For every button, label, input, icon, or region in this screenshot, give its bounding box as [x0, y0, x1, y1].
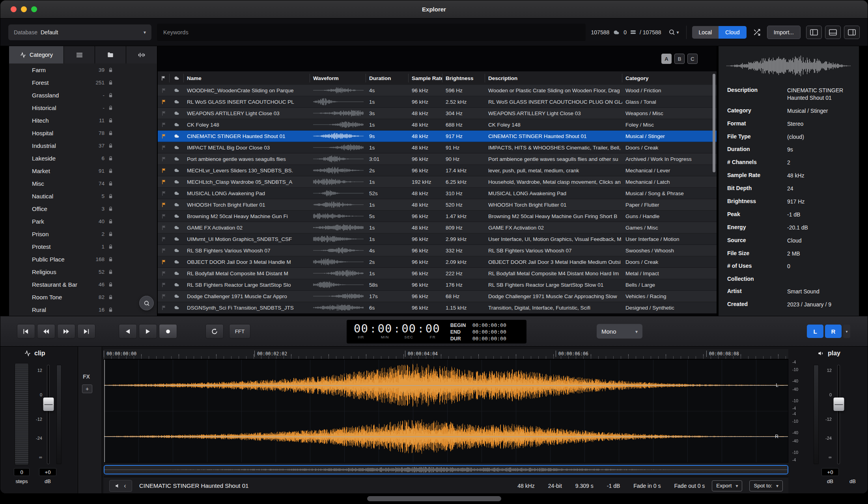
fft-button[interactable]: FFT: [229, 324, 250, 339]
play-button[interactable]: [139, 324, 157, 339]
sidebar-category-item[interactable]: Market91: [9, 164, 157, 177]
table-row[interactable]: RL SB Fighters Various Whoosh 074s96 kHz…: [158, 245, 717, 256]
tab-folders[interactable]: [95, 46, 126, 63]
sample-rate-column-header[interactable]: Sample Rate: [409, 74, 442, 82]
close-window-button[interactable]: [11, 6, 17, 12]
table-row[interactable]: RL SB Fighters Reactor Large StartStop S…: [158, 279, 717, 291]
sidebar-category-item[interactable]: Protest1: [9, 240, 157, 253]
sidebar-category-item[interactable]: Park40: [9, 215, 157, 228]
layout-right-pane-button[interactable]: [844, 26, 860, 39]
table-row[interactable]: RL WoS GLASS INSERT CAOUTCHOUC PL1s96 kH…: [158, 96, 717, 108]
channel-mode-select[interactable]: Mono ▾: [597, 324, 642, 339]
sidebar-category-item[interactable]: Farm39: [9, 63, 157, 76]
table-row[interactable]: CINEMATIC STINGER Haunted Shout 019s48 k…: [158, 131, 717, 142]
cell-name: RL WoS GLASS INSERT CAOUTCHOUC PL: [184, 99, 310, 105]
fader-handle[interactable]: [833, 398, 844, 411]
overview-scrollbar[interactable]: [104, 465, 788, 474]
left-channel-button[interactable]: L: [807, 325, 823, 338]
description-column-header[interactable]: Description: [485, 74, 622, 82]
sidebar-category-item[interactable]: Restaurant & Bar46: [9, 278, 157, 291]
table-scrollbar[interactable]: [713, 74, 715, 172]
brightness-column-header[interactable]: Brightness: [442, 74, 485, 82]
clip-gain-fader[interactable]: [47, 365, 50, 464]
spot-to-button[interactable]: Spot to: ▾: [749, 480, 783, 491]
sidebar-category-item[interactable]: Religious52: [9, 265, 157, 278]
table-row[interactable]: DSGNSynth_Sci Fi Transition_SNDBTS_JTS6s…: [158, 302, 717, 314]
play-gain-fader[interactable]: [837, 365, 840, 464]
export-button[interactable]: Export ▾: [712, 480, 742, 491]
waveform-column-header[interactable]: Waveform: [310, 74, 366, 82]
table-row[interactable]: UIMvmt_UI Motion Graphics_SNDBTS_CSF1s96…: [158, 233, 717, 245]
local-toggle-button[interactable]: Local: [692, 26, 719, 39]
table-row[interactable]: MECHLvr_Levers Sliders 130_SNDBTS_BS.2s9…: [158, 165, 717, 176]
search-button[interactable]: ▾: [667, 29, 681, 35]
sidebar-category-item[interactable]: Misc74: [9, 177, 157, 190]
table-row[interactable]: WEAPONS ARTILLERY Light Close 033s48 kHz…: [158, 108, 717, 119]
database-select[interactable]: Database Default ▾: [8, 24, 151, 40]
table-row[interactable]: Dodge Challenger 1971 Muscle Car Appro17…: [158, 291, 717, 302]
table-row[interactable]: WOODHitC_WoodenCrate Sliding on Parque4s…: [158, 85, 717, 96]
table-row[interactable]: Browning M2 50cal Heavy Machine Gun Fi5s…: [158, 211, 717, 222]
play-reverse-button[interactable]: [119, 324, 137, 339]
table-row[interactable]: OBJECT DOOR Jail Door 3 Metal Handle M2s…: [158, 256, 717, 268]
tab-list[interactable]: [64, 46, 95, 63]
keywords-input[interactable]: [163, 29, 579, 35]
ab-compare-button-c[interactable]: C: [687, 54, 698, 64]
table-row[interactable]: GAME FX Activation 021s48 kHz809 HzGAME …: [158, 222, 717, 233]
skip-to-start-button[interactable]: [17, 324, 35, 339]
clip-info-button[interactable]: ‹: [109, 480, 132, 492]
cell-waveform: [310, 144, 366, 151]
table-row[interactable]: MUSICAL LONG Awakening Pad52s48 kHz310 H…: [158, 188, 717, 199]
fast-forward-button[interactable]: [57, 324, 75, 339]
table-row[interactable]: IMPACT METAL Big Door Close 031s48 kHz91…: [158, 142, 717, 153]
name-column-header[interactable]: Name: [184, 74, 310, 82]
record-button[interactable]: [159, 324, 177, 339]
sidebar-category-item[interactable]: Nautical5: [9, 190, 157, 202]
category-column-header[interactable]: Category: [622, 74, 717, 82]
tab-waveform[interactable]: [126, 46, 157, 63]
duration-column-header[interactable]: Duration: [366, 74, 409, 82]
layout-bottom-pane-button[interactable]: [825, 26, 841, 39]
sidebar-category-item[interactable]: Forest251: [9, 76, 157, 89]
right-channel-button[interactable]: R: [825, 325, 842, 338]
sidebar-category-item[interactable]: Grassland-: [9, 89, 157, 101]
sidebar-category-item[interactable]: Public Place168: [9, 253, 157, 265]
ab-compare-button-b[interactable]: B: [674, 54, 685, 64]
table-row[interactable]: CK Foley 1481s48 kHz688 HzCK Foley 148Fo…: [158, 119, 717, 131]
add-fx-button[interactable]: +: [82, 385, 92, 393]
cell-category: Weapons / Misc: [622, 110, 717, 116]
table-row[interactable]: WHOOSH Torch Bright Flutter 011s48 kHz52…: [158, 199, 717, 211]
table-row[interactable]: MECHLtch_Clasp Wardrobe 05_SNDBTS_A1s192…: [158, 176, 717, 188]
timeline-ruler[interactable]: 00:00:00:0000:00:02:0200:00:04:0400:00:0…: [104, 349, 788, 359]
sidebar-category-item[interactable]: Historical-: [9, 101, 157, 114]
rewind-button[interactable]: [37, 324, 55, 339]
tab-category[interactable]: Category: [9, 46, 63, 63]
cloud-column-header[interactable]: [170, 74, 184, 82]
flag-icon: [158, 305, 170, 310]
sidebar-category-item[interactable]: Rural16: [9, 303, 157, 316]
sidebar-category-item[interactable]: Hitech11: [9, 114, 157, 127]
flag-column-header[interactable]: [158, 74, 170, 82]
steps-fader[interactable]: [15, 363, 29, 465]
sidebar-category-item[interactable]: Room Tone82: [9, 291, 157, 303]
sidebar-category-item[interactable]: Office3: [9, 202, 157, 215]
sidebar-category-item[interactable]: Industrial37: [9, 139, 157, 152]
sidebar-search-button[interactable]: [139, 296, 154, 310]
channel-options-button[interactable]: ▾: [843, 325, 850, 338]
waveform-display[interactable]: LR: [104, 359, 788, 463]
sidebar-category-item[interactable]: Hospital78: [9, 127, 157, 139]
table-row[interactable]: Port ambience gentle waves seagulls flie…: [158, 153, 717, 165]
cloud-toggle-button[interactable]: Cloud: [719, 26, 747, 39]
shuffle-button[interactable]: [752, 28, 762, 36]
loop-button[interactable]: [205, 324, 224, 339]
import-button[interactable]: Import...: [767, 26, 801, 39]
sidebar-category-item[interactable]: Lakeside6: [9, 152, 157, 164]
minimize-window-button[interactable]: [21, 6, 27, 12]
fader-handle[interactable]: [43, 398, 54, 411]
table-row[interactable]: RL Bodyfall Metal Composite M4 Distant M…: [158, 268, 717, 279]
sidebar-category-item[interactable]: Prison2: [9, 228, 157, 240]
zoom-window-button[interactable]: [31, 6, 37, 12]
ab-compare-button-a[interactable]: A: [661, 54, 672, 64]
skip-to-end-button[interactable]: [77, 324, 95, 339]
layout-left-pane-button[interactable]: [806, 26, 822, 39]
